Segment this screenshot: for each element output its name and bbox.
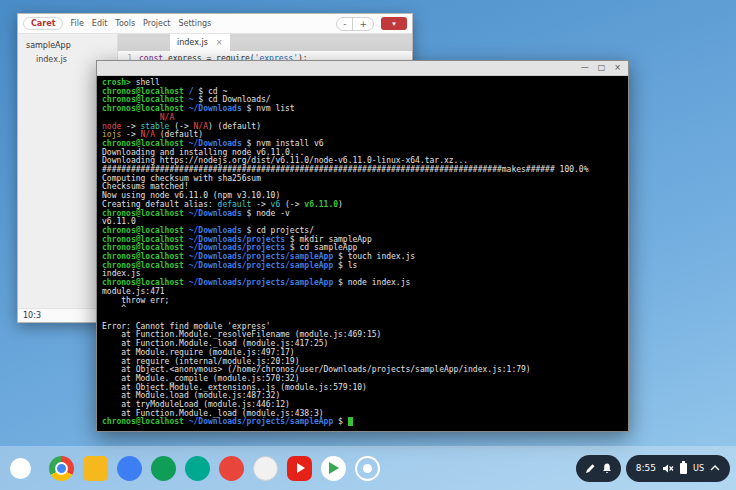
launcher-icon[interactable]	[10, 458, 31, 479]
clock: 8:55	[636, 463, 656, 473]
youtube-icon[interactable]	[287, 456, 312, 481]
shelf: 8:55 US	[0, 446, 736, 490]
caret-app-button[interactable]: Caret	[23, 17, 63, 30]
tab-indexjs[interactable]: index.js ×	[170, 34, 230, 51]
menu-item-edit[interactable]: Edit	[92, 19, 108, 28]
terminal-line: chronos@localhost ~/Downloads $ nvm list	[102, 105, 628, 114]
zoom-controls: - +	[336, 17, 374, 31]
hangouts-icon[interactable]	[151, 456, 176, 481]
tab-close-icon[interactable]: ×	[216, 38, 223, 47]
desktop: Caret FileEditToolsProjectSettings - + ▾…	[0, 0, 736, 490]
zoom-out-button[interactable]: -	[337, 18, 353, 30]
terminal-line: chronos@localhost ~/Downloads/projects/s…	[102, 279, 628, 288]
project-name[interactable]: sampleApp	[18, 39, 117, 53]
gmail-icon[interactable]	[219, 456, 244, 481]
close-icon[interactable]: ×	[614, 64, 621, 72]
docs-icon[interactable]	[253, 456, 278, 481]
messages-icon[interactable]	[117, 456, 142, 481]
play-store-icon[interactable]	[321, 456, 346, 481]
volume-muted-icon	[662, 463, 674, 474]
caret-dropdown-button[interactable]: ▾	[381, 17, 407, 30]
terminal-line: ^	[102, 305, 628, 314]
terminal-line: throw err;	[102, 297, 628, 306]
tab-label: index.js	[177, 38, 208, 47]
menu-item-project[interactable]: Project	[143, 19, 170, 28]
tab-strip: index.js ×	[118, 34, 412, 51]
notifications-bell-icon	[602, 463, 612, 474]
zoom-in-button[interactable]: +	[353, 18, 373, 30]
menu-item-tools[interactable]: Tools	[115, 19, 135, 28]
status-tray-button[interactable]: 8:55 US	[626, 455, 730, 482]
caret-menu: FileEditToolsProjectSettings	[70, 19, 211, 28]
chrome-icon[interactable]	[49, 456, 74, 481]
terminal-window: — □ × crosh> shellchronos@localhost / $ …	[96, 60, 629, 432]
chevron-down-icon: ▾	[392, 20, 396, 28]
terminal-line: chronos@localhost ~/Downloads/projects/s…	[102, 418, 628, 427]
terminal-output[interactable]: crosh> shellchronos@localhost / $ cd ~ch…	[97, 76, 628, 431]
keyboard-layout-indicator: US	[693, 464, 704, 473]
minimize-icon[interactable]: —	[581, 64, 589, 72]
folder-icon[interactable]	[83, 456, 108, 481]
caret-titlebar[interactable]: Caret FileEditToolsProjectSettings - + ▾	[18, 14, 412, 34]
terminal-titlebar[interactable]: — □ ×	[97, 61, 628, 76]
camera-icon[interactable]	[355, 456, 380, 481]
shelf-icon-row	[6, 456, 380, 481]
stylus-icon	[585, 463, 595, 474]
system-tray: 8:55 US	[576, 455, 730, 482]
terminal-line: module.js:471	[102, 288, 628, 297]
menu-item-file[interactable]: File	[70, 19, 83, 28]
terminal-line: chronos@localhost ~/Downloads $ node -v	[102, 210, 628, 219]
duo-icon[interactable]	[185, 456, 210, 481]
chevron-up-icon	[710, 465, 720, 471]
stylus-tray-button[interactable]	[576, 455, 621, 482]
battery-icon	[680, 463, 687, 474]
menu-item-settings[interactable]: Settings	[178, 19, 211, 28]
cursor-position: 10:3	[23, 311, 41, 320]
maximize-icon[interactable]: □	[598, 64, 606, 72]
terminal-line: chronos@localhost ~/Downloads/projects/s…	[102, 262, 628, 271]
